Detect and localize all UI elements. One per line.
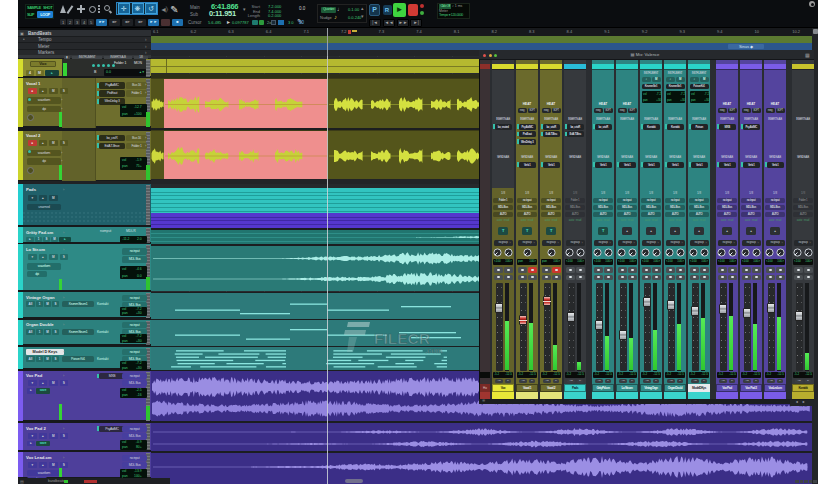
svg-text:FILECR: FILECR: [374, 330, 430, 347]
svg-text:.com: .com: [425, 346, 443, 355]
